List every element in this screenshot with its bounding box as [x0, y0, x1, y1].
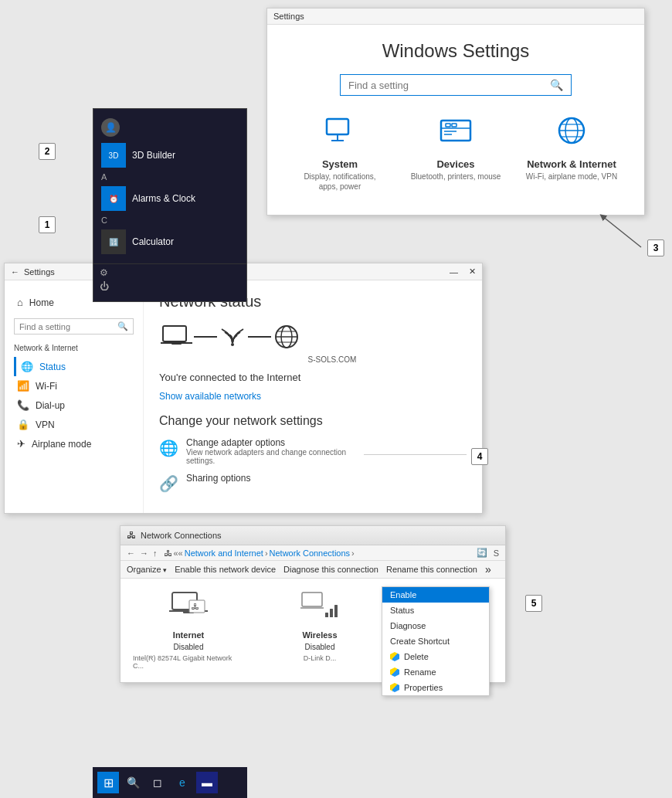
- sidebar-search-input[interactable]: [19, 322, 117, 331]
- start-menu-3d-builder[interactable]: 3D 3D Builder: [93, 140, 246, 171]
- address-refresh-icon[interactable]: 🔄: [477, 548, 487, 558]
- callout-4: 4: [471, 448, 488, 465]
- start-menu-alarms[interactable]: ⏰ Alarms & Clock: [93, 183, 246, 214]
- context-menu-properties[interactable]: Properties: [382, 680, 489, 695]
- adapter-option-title: Change adapter options: [186, 437, 356, 448]
- context-menu-diagnose[interactable]: Diagnose: [382, 618, 489, 633]
- svg-rect-33: [334, 605, 338, 617]
- sidebar-home-label: Home: [29, 297, 54, 308]
- taskbar-task-view-icon[interactable]: ◻: [147, 772, 168, 793]
- sidebar-search-icon: 🔍: [117, 321, 128, 331]
- delete-shield-icon: [390, 652, 399, 661]
- network-sharing-option[interactable]: 🔗 Sharing options: [159, 473, 467, 493]
- svg-rect-6: [452, 124, 456, 127]
- address-segment-network[interactable]: Network and Internet: [185, 548, 263, 558]
- svg-text:🖧: 🖧: [192, 603, 199, 611]
- minimize-button[interactable]: —: [450, 267, 458, 277]
- context-menu-rename[interactable]: Rename: [382, 664, 489, 680]
- network-internet-icon: [555, 114, 588, 154]
- network-change-adapter-option[interactable]: 🌐 Change adapter options View network ad…: [159, 437, 467, 465]
- show-available-networks-link[interactable]: Show available networks: [159, 391, 467, 402]
- start-menu-calculator[interactable]: 🔢 Calculator: [93, 226, 246, 257]
- connection-item-wireless[interactable]: Wireless Disabled D-Link D...: [258, 585, 382, 676]
- context-menu-enable[interactable]: Enable: [382, 587, 489, 603]
- wireless-connection-name: Wireless: [302, 630, 337, 640]
- connection-item-internet[interactable]: 🖧 Internet Disabled Intel(R) 82574L Giga…: [127, 585, 250, 676]
- nav-back-button[interactable]: ←: [127, 548, 135, 558]
- globe-diagram-icon: [271, 321, 302, 352]
- sidebar-nav-vpn[interactable]: 🔒 VPN: [14, 415, 134, 434]
- vpn-nav-label: VPN: [36, 419, 55, 430]
- network-internet-label: Network & Internet: [527, 158, 616, 170]
- network-main-content: Network status: [144, 280, 482, 513]
- close-button[interactable]: ✕: [469, 267, 476, 277]
- wireless-connection-icon: [300, 591, 339, 627]
- address-icon: 🖧: [164, 548, 172, 558]
- svg-rect-0: [327, 119, 348, 134]
- network-connections-panel: 🖧 Network Connections ← → ↑ 🖧 «« Network…: [120, 525, 506, 683]
- connections-toolbar: Organize Enable this network device Diag…: [120, 561, 505, 579]
- diagnose-label: Diagnose: [390, 621, 426, 630]
- taskbar-app-icon[interactable]: ▬: [196, 772, 218, 793]
- start-menu-user: 👤: [93, 115, 246, 140]
- adapter-icon: 🌐: [159, 439, 178, 457]
- rename-connection-button[interactable]: Rename this connection: [386, 565, 477, 574]
- taskbar-search-icon[interactable]: 🔍: [122, 772, 144, 793]
- settings-system-item[interactable]: System Display, notifications, apps, pow…: [294, 114, 386, 192]
- settings-search-input[interactable]: [348, 80, 550, 91]
- address-segment-connections[interactable]: Network Connections: [270, 548, 351, 558]
- connections-titlebar: 🖧 Network Connections: [120, 526, 505, 545]
- enable-network-device-button[interactable]: Enable this network device: [175, 565, 276, 574]
- start-menu-section-c: C: [93, 214, 246, 226]
- nav-up-button[interactable]: ↑: [153, 548, 158, 558]
- svg-rect-5: [446, 124, 450, 127]
- diagnose-connection-button[interactable]: Diagnose this connection: [283, 565, 378, 574]
- system-icon: [324, 114, 356, 154]
- callout-5: 5: [525, 595, 542, 612]
- dialup-nav-label: Dial-up: [36, 400, 65, 411]
- calculator-tile: 🔢: [101, 229, 126, 254]
- properties-label: Properties: [404, 683, 443, 692]
- network-back-button[interactable]: ←: [11, 267, 19, 277]
- settings-search-box[interactable]: 🔍: [340, 74, 572, 96]
- nav-forward-button[interactable]: →: [140, 548, 148, 558]
- properties-shield-icon: [390, 683, 399, 692]
- alarms-tile: ⏰: [101, 186, 126, 211]
- line-2: [248, 336, 271, 338]
- address-search-icon[interactable]: S: [494, 548, 499, 558]
- windows-settings-panel: Settings Windows Settings 🔍 System Displ…: [266, 8, 645, 216]
- settings-icons-row: System Display, notifications, apps, pow…: [290, 114, 621, 192]
- sidebar-search-box[interactable]: 🔍: [14, 318, 134, 334]
- enable-label: Enable: [390, 590, 416, 599]
- airplane-nav-icon: ✈: [17, 438, 25, 450]
- start-menu-item-label: Calculator: [132, 236, 174, 247]
- power-icon[interactable]: ⏻: [100, 281, 109, 292]
- settings-titlebar: Settings: [267, 8, 644, 25]
- settings-network-item[interactable]: Network & Internet Wi-Fi, airplane mode,…: [525, 114, 618, 192]
- more-options-icon[interactable]: »: [485, 563, 491, 576]
- settings-devices-item[interactable]: Devices Bluetooth, printers, mouse: [409, 114, 502, 192]
- sidebar-section-label: Network & Internet: [14, 344, 134, 352]
- start-menu-item-label: 3D Builder: [132, 150, 175, 161]
- context-menu-status[interactable]: Status: [382, 603, 489, 618]
- context-menu-delete[interactable]: Delete: [382, 649, 489, 664]
- sidebar-nav-airplane[interactable]: ✈ Airplane mode: [14, 434, 134, 453]
- sidebar-nav-dialup[interactable]: 📞 Dial-up: [14, 396, 134, 415]
- sidebar-nav-wifi[interactable]: 📶 Wi-Fi: [14, 376, 134, 396]
- status-nav-icon: 🌐: [21, 361, 33, 372]
- svg-rect-32: [330, 609, 333, 617]
- svg-point-18: [231, 343, 234, 346]
- connections-address-bar: ← → ↑ 🖧 «« Network and Internet › Networ…: [120, 545, 505, 561]
- wifi-diagram-icon: [217, 323, 248, 351]
- user-avatar: 👤: [101, 118, 120, 137]
- taskbar: ⊞ 🔍 ◻ e ▬: [93, 767, 247, 798]
- settings-icon[interactable]: ⚙: [100, 267, 108, 278]
- taskbar-edge-icon[interactable]: e: [171, 772, 193, 793]
- context-menu-create-shortcut[interactable]: Create Shortcut: [382, 633, 489, 649]
- svg-rect-31: [325, 613, 328, 617]
- network-connected-text: You're connected to the Internet: [159, 372, 467, 383]
- windows-start-button[interactable]: ⊞: [97, 772, 119, 793]
- organize-button[interactable]: Organize: [127, 565, 167, 574]
- sidebar-nav-status[interactable]: 🌐 Status: [14, 357, 134, 376]
- address-path: 🖧 «« Network and Internet › Network Conn…: [164, 548, 473, 558]
